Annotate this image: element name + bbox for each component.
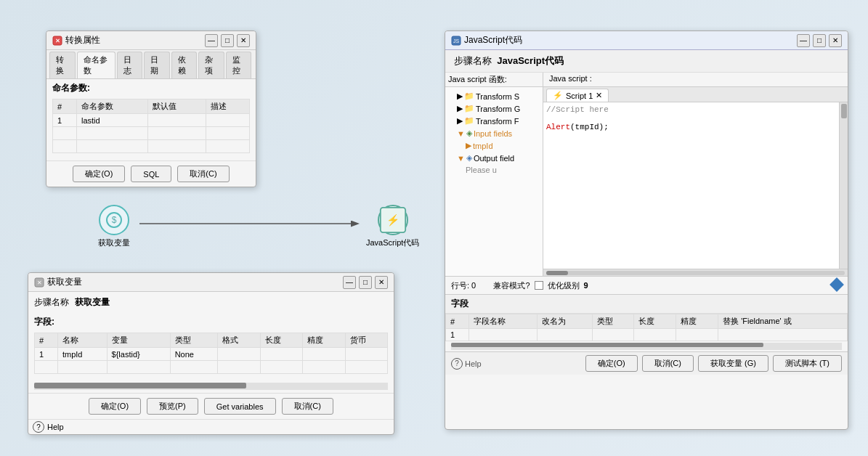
win-transform-controls[interactable]: — □ ✕: [205, 34, 250, 47]
table-row-gv-empty: [35, 361, 388, 374]
preview-button-gv[interactable]: 预览(P): [147, 398, 198, 415]
flow-node-getvars[interactable]: $ 获取变量: [98, 205, 130, 248]
cell-gv-len: [260, 348, 302, 361]
flow-node-jscode[interactable]: ⚡ JavaScript代码: [366, 205, 419, 248]
win-transform-titlebar: ✕ 转换属性 — □ ✕: [46, 31, 256, 50]
folder-icon-2: 📁: [464, 104, 474, 113]
tab-depend[interactable]: 依赖: [171, 52, 198, 78]
tab-close-icon[interactable]: ✕: [596, 91, 602, 100]
section-label-fields-gv: 字段:: [28, 313, 394, 330]
script-icon: ⚡: [553, 91, 563, 100]
editor-tabs: ⚡ Script 1 ✕: [543, 87, 848, 102]
svg-text:✕: ✕: [37, 280, 42, 286]
maximize-button-js[interactable]: □: [813, 34, 826, 47]
scrollbar-gv[interactable]: [34, 383, 388, 390]
win-jscode-controls[interactable]: — □ ✕: [797, 34, 842, 47]
cell-gv-e5: [218, 361, 260, 374]
help-circle-gv: ?: [33, 421, 44, 433]
cell-gv-format: [218, 348, 260, 361]
col-gv-type: 类型: [170, 333, 218, 348]
editor-tab-script1[interactable]: ⚡ Script 1 ✕: [546, 89, 609, 102]
svg-text:⚡: ⚡: [386, 213, 400, 227]
tab-transform[interactable]: 转换: [49, 52, 76, 78]
help-button-js[interactable]: ? Help: [451, 358, 482, 370]
tree-arrow-5: ▶: [466, 141, 471, 150]
close-button-gv[interactable]: ✕: [375, 276, 388, 289]
ok-button-js[interactable]: 确定(O): [585, 355, 638, 372]
cell-empty5: [53, 140, 77, 153]
code-editor[interactable]: //Script here Alert(tmpId);: [543, 102, 839, 269]
tab-log[interactable]: 日志: [117, 52, 143, 78]
col-f-prec: 精度: [676, 314, 718, 329]
table-row-empty2: [53, 140, 250, 153]
getvars-button-js[interactable]: 获取变量 (G): [698, 355, 768, 372]
col-gv-prec: 精度: [303, 333, 345, 348]
help-label-gv[interactable]: Help: [47, 423, 64, 431]
code-editor-with-scrollbar: //Script here Alert(tmpId);: [543, 102, 848, 269]
tree-item-5[interactable]: ▶ tmpId: [445, 139, 543, 152]
tree-item-3[interactable]: ▶ 📁 Transform F: [445, 115, 543, 127]
jscode-main: 步骤名称 JavaScript代码 Java script 函数: Java s…: [445, 50, 848, 429]
maximize-button-gv[interactable]: □: [359, 276, 372, 289]
cell-f-num: 1: [446, 329, 469, 341]
getvars-icon: ✕: [34, 277, 44, 288]
cell-gv-name: tmpId: [57, 348, 107, 361]
fields-scrollbar[interactable]: [451, 343, 842, 350]
code-line-3: Alert(tmpId);: [546, 123, 836, 131]
tab-misc[interactable]: 杂项: [198, 52, 224, 78]
jscode-icon: JS: [451, 36, 461, 46]
functions-label: Java script 函数:: [445, 73, 543, 86]
win-getvars-controls[interactable]: — □ ✕: [343, 276, 388, 289]
minimize-button-gv[interactable]: —: [343, 276, 356, 289]
win-jscode-titlebar: JS JavaScript代码 — □ ✕: [445, 31, 848, 50]
minimize-button[interactable]: —: [205, 34, 218, 47]
output-fields-icon: ◈: [466, 153, 472, 163]
h-scrollbar-editor[interactable]: [543, 269, 848, 276]
getvars-button-gv[interactable]: Get variables: [204, 398, 276, 415]
cancel-button[interactable]: 取消(C): [177, 166, 229, 182]
maximize-button[interactable]: □: [221, 34, 234, 47]
cancel-button-js[interactable]: 取消(C): [642, 355, 694, 372]
close-button[interactable]: ✕: [237, 34, 250, 47]
tab-date[interactable]: 日期: [144, 52, 170, 78]
testscript-button-js[interactable]: 测试脚本 (T): [773, 355, 842, 372]
win-getvars-titlebar: ✕ 获取变量 — □ ✕: [28, 273, 394, 292]
col-f-fieldname: 字段名称: [469, 314, 537, 329]
tab-monitor[interactable]: 监控: [226, 52, 252, 78]
fields-scrollbar-thumb: [451, 343, 763, 347]
tree-item-6[interactable]: ▼ ◈ Output field: [445, 152, 543, 164]
tree-item-2[interactable]: ▶ 📁 Transform G: [445, 102, 543, 115]
close-button-js[interactable]: ✕: [829, 34, 842, 47]
col-gv-num: #: [35, 333, 58, 348]
js-label: Java script :: [543, 73, 848, 86]
tree-label-2: Transform G: [476, 105, 520, 113]
sql-button[interactable]: SQL: [131, 166, 171, 182]
v-scrollbar[interactable]: [839, 102, 848, 269]
scrollbar-thumb-gv: [34, 383, 246, 388]
table-row: 1 lastid: [53, 114, 250, 127]
editor-tab-label: Script 1: [566, 91, 593, 100]
svg-text:JS: JS: [453, 38, 460, 44]
js-step-row: 步骤名称 JavaScript代码: [445, 50, 848, 73]
cell-default: [148, 114, 206, 127]
tab-naming-params[interactable]: 命名参数: [77, 52, 115, 78]
ok-button[interactable]: 确定(O): [73, 166, 125, 182]
diamond-icon[interactable]: [830, 277, 844, 292]
cancel-button-gv[interactable]: 取消(C): [282, 398, 333, 415]
col-gv-name: 名称: [57, 333, 107, 348]
tree-item-1[interactable]: ▶ 📁 Transform S: [445, 90, 543, 102]
tree-item-7[interactable]: Please u: [445, 164, 543, 176]
cell-f-replace: [718, 329, 848, 341]
table-row-gv: 1 tmpId ${lastid} None: [35, 348, 388, 361]
tree-item-4[interactable]: ▼ ◈ Input fields: [445, 127, 543, 139]
compat-checkbox[interactable]: [535, 281, 543, 290]
minimize-button-js[interactable]: —: [797, 34, 810, 47]
step-name-row-gv: 步骤名称 获取变量: [28, 292, 394, 313]
svg-text:$: $: [112, 215, 117, 225]
js-body: ▶ 📁 Transform S ▶ 📁 Transform G ▶ 📁 Tran…: [445, 87, 848, 276]
checkbox-box[interactable]: [535, 281, 543, 290]
cell-gv-e8: [345, 361, 388, 374]
cell-gv-prec: [303, 348, 345, 361]
col-default: 默认值: [148, 99, 206, 114]
ok-button-gv[interactable]: 确定(O): [89, 398, 141, 415]
